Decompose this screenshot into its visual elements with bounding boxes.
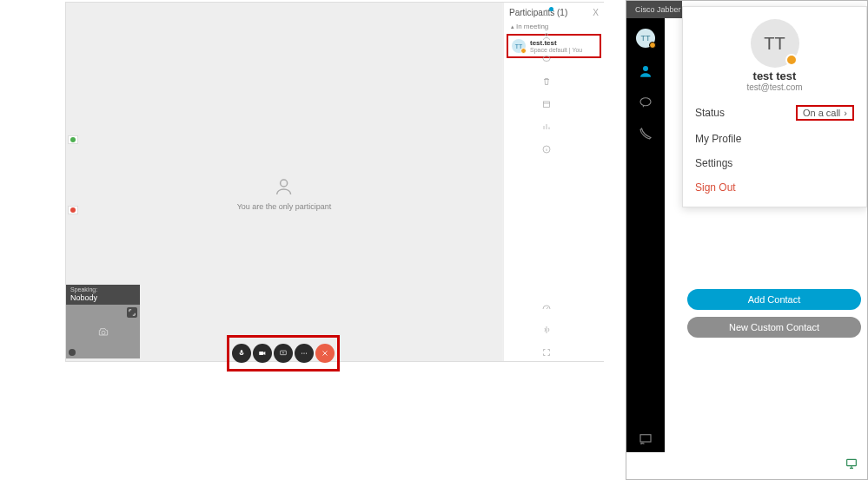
expand-self-icon[interactable] bbox=[127, 307, 137, 318]
device-monitor-icon[interactable] bbox=[845, 457, 858, 470]
signal-icon[interactable] bbox=[541, 325, 552, 335]
video-toggle-button[interactable] bbox=[253, 344, 272, 363]
person-icon bbox=[274, 176, 295, 197]
sign-out-row[interactable]: Sign Out bbox=[683, 175, 866, 200]
recording-indicator-on bbox=[68, 135, 78, 144]
speaking-label: Speaking: bbox=[70, 286, 136, 293]
more-options-button[interactable] bbox=[295, 344, 314, 363]
cast-icon[interactable] bbox=[638, 431, 653, 447]
new-custom-contact-button[interactable]: New Custom Contact bbox=[687, 317, 861, 338]
calendar-icon[interactable] bbox=[541, 99, 552, 109]
fullscreen-icon[interactable] bbox=[541, 347, 552, 358]
status-value-wrap[interactable]: On a call › bbox=[796, 105, 854, 121]
meeting-window: You are the only participant Speaking: N… bbox=[65, 2, 604, 362]
jabber-nav-rail: TT bbox=[626, 18, 665, 452]
speed-icon[interactable] bbox=[541, 302, 552, 312]
svg-rect-14 bbox=[847, 459, 857, 465]
status-row[interactable]: Status On a call › bbox=[683, 99, 866, 127]
self-video-tile[interactable] bbox=[66, 305, 140, 358]
sign-out-label: Sign Out bbox=[695, 181, 736, 194]
my-profile-row[interactable]: My Profile bbox=[683, 127, 866, 151]
svg-point-0 bbox=[281, 180, 288, 187]
svg-point-8 bbox=[543, 56, 550, 62]
info-icon[interactable] bbox=[541, 144, 552, 155]
svg-point-12 bbox=[640, 98, 651, 106]
mute-button[interactable] bbox=[232, 344, 251, 363]
add-contact-button[interactable]: Add Contact bbox=[687, 289, 861, 310]
profile-email: test@test.com bbox=[683, 82, 866, 92]
jabber-title-bar: Cisco Jabber bbox=[626, 1, 682, 18]
chat-nav-icon[interactable] bbox=[638, 95, 653, 110]
speaking-value: Nobody bbox=[70, 293, 136, 303]
recording-indicator-off bbox=[68, 206, 78, 214]
video-area: You are the only participant Speaking: N… bbox=[66, 3, 502, 361]
call-controls bbox=[227, 335, 340, 372]
self-camera-icon bbox=[96, 325, 110, 339]
jabber-nav-avatar[interactable]: TT bbox=[636, 29, 655, 48]
svg-point-7 bbox=[546, 34, 548, 36]
participant-avatar: TT bbox=[512, 39, 526, 53]
only-participant-label: You are the only participant bbox=[237, 202, 332, 211]
settings-row[interactable]: Settings bbox=[683, 151, 866, 175]
participants-icon[interactable] bbox=[541, 31, 552, 42]
poll-icon[interactable] bbox=[541, 122, 552, 132]
trash-icon[interactable] bbox=[541, 76, 552, 87]
jabber-window: Cisco Jabber TT TT test test test@test.c… bbox=[626, 0, 868, 480]
chevron-right-icon: › bbox=[844, 108, 847, 118]
call-nav-icon[interactable] bbox=[638, 126, 653, 141]
chat-icon[interactable] bbox=[541, 54, 552, 64]
status-label: Status bbox=[695, 107, 725, 119]
self-status-dot bbox=[69, 349, 76, 356]
contacts-icon[interactable] bbox=[638, 63, 653, 79]
svg-point-5 bbox=[303, 352, 304, 353]
svg-rect-2 bbox=[259, 352, 263, 355]
contact-buttons: Add Contact New Custom Contact bbox=[687, 289, 861, 338]
speaking-bar: Speaking: Nobody bbox=[66, 285, 140, 305]
svg-rect-9 bbox=[544, 102, 550, 108]
profile-avatar: TT bbox=[751, 19, 799, 68]
participants-close-button[interactable]: X bbox=[593, 8, 599, 17]
empty-participant-placeholder: You are the only participant bbox=[237, 176, 332, 211]
svg-point-1 bbox=[102, 332, 105, 335]
svg-point-11 bbox=[643, 66, 648, 71]
end-call-button[interactable] bbox=[315, 344, 335, 363]
svg-rect-13 bbox=[640, 435, 651, 442]
share-screen-button[interactable] bbox=[274, 344, 293, 363]
my-profile-label: My Profile bbox=[695, 133, 741, 145]
svg-point-4 bbox=[301, 352, 302, 353]
settings-label: Settings bbox=[695, 157, 732, 169]
status-value: On a call bbox=[803, 108, 840, 118]
profile-name: test test bbox=[683, 69, 866, 82]
speaking-panel: Speaking: Nobody bbox=[66, 285, 140, 358]
profile-popover: TT test test test@test.com Status On a c… bbox=[682, 6, 867, 207]
meeting-side-rail bbox=[539, 2, 554, 358]
notifications-icon[interactable] bbox=[541, 9, 552, 19]
svg-point-6 bbox=[306, 352, 307, 353]
